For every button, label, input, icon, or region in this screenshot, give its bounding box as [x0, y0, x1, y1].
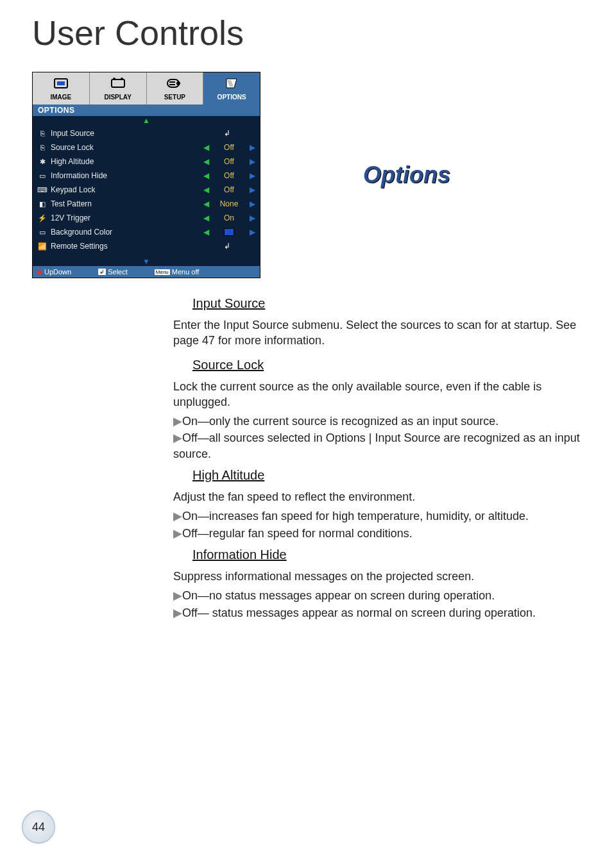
high-altitude-icon: ✱ [37, 158, 48, 166]
osd-item-label: Input Source [51, 129, 224, 138]
footer-menuoff-label: Menu off [172, 268, 200, 276]
subhead-information-hide: Information Hide [173, 546, 287, 563]
footer-select-label: Select [108, 268, 128, 276]
para: Suppress informational messages on the p… [173, 569, 597, 584]
chevron-left-icon: ◀ [202, 228, 210, 237]
svg-point-3 [113, 78, 115, 80]
remote-settings-icon: 📶 [37, 242, 48, 251]
osd-header: OPTIONS [33, 104, 260, 116]
tab-label: SETUP [164, 94, 185, 101]
chevron-left-icon: ◀ [202, 213, 210, 222]
bullet-arrow-icon: ▶ [173, 526, 182, 541]
bullet: ▶Off—regular fan speed for normal condit… [173, 526, 597, 541]
chevron-left-icon: ◀ [202, 143, 210, 152]
bullet-text: On—only the current source is recognized… [182, 415, 498, 428]
osd-item-keypad-lock[interactable]: ⌨ Keypad Lock ◀ Off ▶ [37, 183, 256, 197]
enter-icon: ↲ [224, 129, 230, 138]
background-color-icon: ▭ [37, 228, 48, 237]
chevron-left-icon: ◀ [202, 171, 210, 180]
chevron-left-icon: ◀ [202, 185, 210, 194]
osd-tab-setup[interactable]: SETUP [147, 72, 204, 104]
osd-item-test-pattern[interactable]: ◧ Test Pattern ◀ None ▶ [37, 197, 256, 211]
page-number-badge: 44 [23, 812, 54, 842]
osd-item-remote-settings[interactable]: 📶 Remote Settings ↲ [37, 239, 256, 253]
body-text: Input Source Enter the Input Source subm… [173, 291, 597, 621]
source-lock-icon: ⎘ [37, 144, 48, 151]
subhead-source-lock: Source Lock [173, 356, 264, 374]
osd-item-input-source[interactable]: ⎘ Input Source ↲ [37, 126, 256, 140]
bullet-text: Off— status messages appear as normal on… [182, 606, 536, 619]
footer-select: ↲ Select [98, 268, 128, 276]
bullet-text: On—increases fan speed for high temperat… [182, 510, 529, 522]
svg-point-4 [121, 78, 123, 80]
bullet-arrow-icon: ▶ [173, 430, 182, 446]
bullet: ▶On—only the current source is recognize… [173, 413, 597, 429]
para: Lock the current source as the only avai… [173, 379, 597, 410]
footer-menuoff: Menu Menu off [155, 268, 200, 276]
osd-item-background-color[interactable]: ▭ Background Color ◀ ▶ [37, 225, 256, 239]
para: Adjust the fan speed to reflect the envi… [173, 489, 597, 505]
osd-item-value [210, 228, 248, 236]
test-pattern-icon: ◧ [37, 200, 48, 208]
osd-item-label: Information Hide [51, 171, 202, 180]
tab-label: OPTIONS [217, 94, 246, 101]
osd-tab-options[interactable]: OPTIONS [203, 72, 260, 104]
bullet-arrow-icon: ▶ [173, 605, 182, 621]
osd-item-high-altitude[interactable]: ✱ High Altitude ◀ Off ▶ [37, 154, 256, 169]
chevron-right-icon: ▶ [248, 185, 256, 194]
updown-icon: ◆ [37, 267, 42, 276]
section-heading: Options [363, 162, 450, 188]
osd-item-label: Source Lock [51, 143, 202, 152]
osd-item-label: High Altitude [51, 157, 202, 166]
footer-updown-label: UpDown [44, 268, 71, 276]
footer-updown: ◆ UpDown [37, 267, 71, 276]
osd-item-value: Off [210, 157, 248, 166]
chevron-down-icon: ▼ [142, 257, 150, 266]
chevron-right-icon: ▶ [248, 228, 256, 237]
osd-item-value: None [210, 199, 248, 208]
osd-menu: IMAGE DISPLAY SETUP OPTIONS OP [32, 72, 260, 278]
setup-tab-icon [147, 76, 203, 92]
osd-item-12v-trigger[interactable]: ⚡ 12V Trigger ◀ On ▶ [37, 211, 256, 225]
para: Enter the Input Source submenu. Select t… [173, 317, 597, 349]
page-number: 44 [32, 821, 45, 834]
enter-key-icon: ↲ [98, 269, 106, 275]
bullet-text: Off—all sources selected in Options | In… [173, 431, 580, 460]
bullet: ▶On—increases fan speed for high tempera… [173, 508, 597, 524]
osd-tab-display[interactable]: DISPLAY [90, 72, 147, 104]
information-hide-icon: ▭ [37, 172, 48, 180]
osd-item-label: 12V Trigger [51, 213, 202, 222]
osd-item-label: Test Pattern [51, 199, 202, 208]
subhead-input-source: Input Source [173, 295, 265, 312]
osd-item-value: Off [210, 143, 248, 152]
chevron-left-icon: ◀ [202, 157, 210, 166]
osd-item-value: On [210, 213, 248, 222]
content-row: IMAGE DISPLAY SETUP OPTIONS OP [32, 72, 586, 278]
options-tab-icon [203, 76, 260, 92]
bullet-text: Off—regular fan speed for normal conditi… [182, 527, 412, 540]
osd-tab-image[interactable]: IMAGE [33, 72, 90, 104]
svg-rect-1 [57, 81, 65, 85]
display-tab-icon [90, 76, 146, 92]
enter-icon: ↲ [224, 242, 230, 251]
osd-item-label: Keypad Lock [51, 185, 202, 194]
osd-item-list: ⎘ Input Source ↲ ⎘ Source Lock ◀ Off ▶ ✱… [33, 125, 260, 257]
bullet-text: On—no status messages appear on screen d… [182, 589, 495, 602]
osd-item-source-lock[interactable]: ⎘ Source Lock ◀ Off ▶ [37, 140, 256, 154]
tab-label: IMAGE [50, 94, 71, 101]
osd-tab-bar: IMAGE DISPLAY SETUP OPTIONS [33, 72, 260, 104]
keypad-lock-icon: ⌨ [37, 186, 48, 194]
bullet: ▶Off— status messages appear as normal o… [173, 605, 597, 621]
bullet: ▶On—no status messages appear on screen … [173, 588, 597, 603]
menu-key-icon: Menu [155, 269, 170, 275]
tab-label: DISPLAY [104, 94, 131, 101]
chevron-right-icon: ▶ [248, 157, 256, 166]
input-source-icon: ⎘ [37, 129, 48, 137]
chevron-up-icon: ▲ [142, 116, 150, 125]
osd-footer: ◆ UpDown ↲ Select Menu Menu off [33, 266, 260, 278]
svg-point-8 [176, 81, 180, 85]
svg-rect-2 [112, 79, 124, 87]
osd-item-information-hide[interactable]: ▭ Information Hide ◀ Off ▶ [37, 169, 256, 183]
color-swatch [224, 228, 234, 236]
osd-item-label: Background Color [51, 228, 202, 237]
